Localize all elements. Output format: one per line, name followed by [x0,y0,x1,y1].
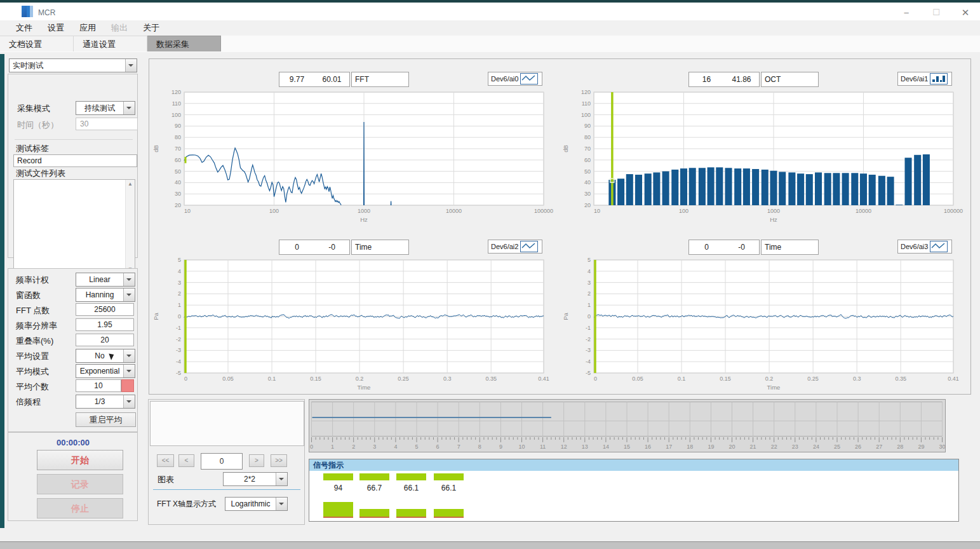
dropdown-arrow-icon[interactable] [276,498,287,510]
dropdown-arrow-icon[interactable] [123,288,135,301]
test-file-list[interactable]: ▲ ▼ [13,179,135,274]
mode-select[interactable]: 实时测试 [9,58,137,72]
time-ai3-channel-box[interactable]: Dev6/ai3 [897,240,952,254]
start-button[interactable]: 开始 [37,450,123,470]
fft-xaxis-select[interactable]: Logarithmic [225,497,288,511]
svg-text:-3: -3 [586,347,591,353]
dropdown-arrow-icon[interactable] [123,349,135,362]
dropdown-arrow-icon[interactable] [123,395,135,408]
svg-text:4: 4 [394,444,397,450]
fft-chart-plot[interactable]: 2030405060708090100110120101001000100001… [151,90,558,224]
svg-text:Pa: Pa [152,312,159,320]
tab-document-settings[interactable]: 文档设置 [0,36,74,51]
svg-text:0.1: 0.1 [678,376,686,382]
svg-text:2: 2 [352,444,355,450]
svg-text:17: 17 [666,444,672,450]
test-label-label: 测试标签 [16,143,49,154]
menu-apply[interactable]: 应用 [72,20,103,36]
dropdown-arrow-icon[interactable] [123,102,135,114]
oct-channel-box[interactable]: Dev6/ai1 [897,72,952,86]
list-scrollbar[interactable]: ▲ ▼ [125,180,135,274]
svg-text:20: 20 [175,202,181,208]
dropdown-arrow-icon[interactable] [123,365,135,377]
svg-text:50: 50 [584,168,591,175]
avg-setting-select[interactable]: No [76,349,135,363]
svg-text:50: 50 [175,168,181,175]
svg-text:9: 9 [499,444,502,450]
svg-text:3: 3 [373,444,376,450]
time-ai3-type-box[interactable]: Time [761,240,819,255]
freq-resolution-field[interactable]: 1.95 [76,318,134,331]
signal-value-ch1: 94 [323,484,353,492]
nav-prev-button[interactable]: < [178,454,194,467]
svg-text:0.2: 0.2 [356,376,364,382]
menu-settings[interactable]: 设置 [41,20,71,36]
analysis-params-group: 频率计权 Linear 窗函数 Hanning FFT 点数 25600 频率分… [8,268,138,432]
svg-text:-5: -5 [176,370,181,376]
svg-text:0.25: 0.25 [807,376,819,382]
time-ai2-type-box[interactable]: Time [351,240,409,255]
acq-mode-select[interactable]: 持续测试 [76,101,135,115]
dropdown-arrow-icon[interactable] [125,59,137,72]
signal-bar-ch1 [323,473,353,480]
test-label-field[interactable]: Record [13,154,137,167]
svg-text:100: 100 [269,208,279,214]
svg-text:0.1: 0.1 [268,376,276,382]
tab-data-acquisition[interactable]: 数据采集 [147,36,221,51]
scroll-up-icon[interactable]: ▲ [126,180,135,189]
svg-text:0.15: 0.15 [720,376,731,382]
workspace: 实时测试 采集模式 持续测试 时间（秒） 30 测试标签 Record 测试文件… [0,52,980,541]
window-title: MCR [38,8,55,17]
fft-points-field[interactable]: 25600 [76,303,134,316]
svg-text:120: 120 [581,90,591,95]
time-ai3-chart-plot[interactable]: -5-4-3-2-101234500.050.10.150.20.250.30.… [560,257,967,392]
restart-avg-button[interactable]: 重启平均 [76,412,136,427]
record-timeline[interactable]: 0123456789101112131415161718192021222324… [309,399,946,452]
menu-output: 输出 [104,20,135,36]
dropdown-arrow-icon[interactable] [123,273,135,286]
dropdown-arrow-icon[interactable] [276,473,287,485]
svg-text:100: 100 [171,112,181,118]
oct-type-box[interactable]: OCT [761,72,819,87]
svg-text:-2: -2 [176,336,181,342]
oct-cursor-readout: 1641.86 [688,72,760,87]
avg-count-field[interactable]: 10 [76,379,121,392]
line-chart-icon [520,241,538,252]
svg-text:11: 11 [540,444,546,450]
svg-text:0.35: 0.35 [485,376,497,382]
fft-type-box[interactable]: FFT [351,72,409,87]
minimize-icon[interactable]: – [892,5,921,20]
maximize-icon[interactable]: ☐ [922,5,951,20]
menu-about[interactable]: 关于 [136,20,166,36]
timeline-plot[interactable]: 0123456789101112131415161718192021222324… [309,400,945,452]
octave-select[interactable]: 1/3 [76,395,135,409]
svg-text:Pa: Pa [562,312,569,320]
nav-index-field[interactable]: 0 [201,453,243,470]
menu-file[interactable]: 文件 [9,20,39,36]
param-label-avg-mode: 平均模式 [16,366,49,377]
svg-text:22: 22 [771,444,777,450]
nav-first-button[interactable]: << [157,454,174,467]
fft-channel-box[interactable]: Dev6/ai0 [488,72,542,86]
weighting-select[interactable]: Linear [76,273,135,287]
display-controls-panel: << < 0 > >> 图表 2*2 FFT X轴显示方式 Logarithmi… [148,399,305,525]
svg-text:110: 110 [582,100,591,107]
window-function-select[interactable]: Hanning [76,288,135,302]
svg-text:0.35: 0.35 [895,376,906,382]
signal-level-ch3 [396,509,426,517]
avg-mode-select[interactable]: Exponential [76,364,135,378]
svg-text:dB: dB [152,145,159,152]
overlap-field[interactable]: 20 [76,334,134,346]
line-chart-icon [930,241,948,252]
chart-layout-select[interactable]: 2*2 [223,472,288,486]
svg-text:70: 70 [584,146,591,152]
tab-channel-settings[interactable]: 通道设置 [74,36,147,51]
oct-chart-plot[interactable]: 2030405060708090100110120101001000100001… [560,90,967,224]
close-icon[interactable]: ✕ [951,5,980,20]
svg-text:1: 1 [178,302,181,308]
time-ai2-chart-plot[interactable]: -5-4-3-2-101234500.050.10.150.20.250.30.… [151,257,558,392]
nav-next-button[interactable]: > [249,454,264,467]
svg-text:90: 90 [175,123,181,129]
time-ai2-channel-box[interactable]: Dev6/ai2 [488,240,542,254]
nav-last-button[interactable]: >> [271,454,287,467]
